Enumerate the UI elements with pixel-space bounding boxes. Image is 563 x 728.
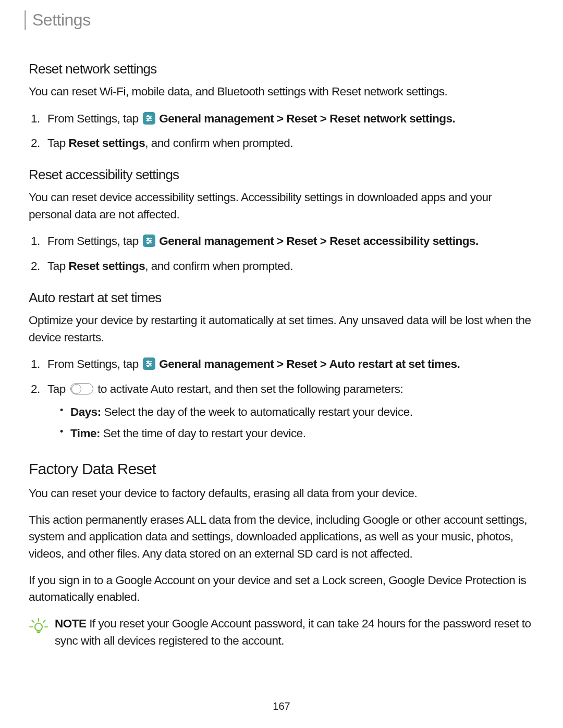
factory-p1: You can reset your device to factory def…	[29, 485, 534, 502]
bullet-text: Set the time of day to restart your devi…	[100, 427, 305, 440]
note-label: NOTE	[55, 617, 87, 630]
step-item: Tap Reset settings, and confirm when pro…	[43, 134, 534, 152]
toggle-icon	[70, 383, 93, 394]
step-item: Tap Reset settings, and confirm when pro…	[43, 257, 534, 275]
steps-auto-restart: From Settings, tap General management > …	[43, 355, 534, 442]
step-item: Tap to activate Auto restart, and then s…	[43, 380, 534, 442]
bullet-text: Select the day of the week to automatica…	[101, 405, 413, 418]
intro-reset-network: You can reset Wi-Fi, mobile data, and Bl…	[29, 83, 534, 101]
heading-reset-network: Reset network settings	[29, 61, 534, 77]
note-content: NOTE If you reset your Google Account pa…	[55, 615, 534, 649]
step-text: , and confirm when prompted.	[145, 260, 293, 273]
step-bold: Reset settings	[69, 260, 145, 273]
steps-reset-accessibility: From Settings, tap General management > …	[43, 232, 534, 275]
svg-point-7	[147, 238, 149, 240]
settings-icon	[143, 112, 155, 125]
svg-line-24	[32, 620, 34, 622]
step-text: Tap	[47, 137, 69, 150]
step-item: From Settings, tap General management > …	[43, 355, 534, 373]
lightbulb-icon	[29, 616, 48, 638]
step-text: Tap	[47, 260, 69, 273]
svg-point-1	[147, 115, 149, 117]
step-bold: Reset settings	[69, 137, 145, 150]
step-text: , and confirm when prompted.	[145, 137, 293, 150]
step-bold: General management > Reset > Auto restar…	[156, 357, 460, 371]
svg-line-25	[43, 620, 45, 622]
step-item: From Settings, tap General management > …	[43, 110, 534, 128]
step-text: From Settings, tap	[47, 112, 142, 125]
bullet-bold: Days:	[70, 405, 101, 418]
factory-p2: This action permanently erases ALL data …	[29, 512, 534, 563]
svg-point-17	[147, 365, 149, 367]
svg-point-13	[147, 361, 149, 363]
step-text: From Settings, tap	[47, 235, 142, 248]
page-number: 167	[0, 700, 563, 712]
step-text: to activate Auto restart, and then set t…	[95, 382, 403, 396]
svg-point-3	[149, 117, 151, 119]
heading-auto-restart: Auto restart at set times	[29, 290, 534, 306]
svg-point-18	[35, 623, 42, 631]
settings-icon	[143, 357, 155, 370]
list-item: Days: Select the day of the week to auto…	[64, 403, 534, 421]
step-item: From Settings, tap General management > …	[43, 232, 534, 250]
note-text-body: If you reset your Google Account passwor…	[55, 617, 531, 647]
page-header: Settings	[25, 10, 534, 30]
svg-point-15	[149, 363, 151, 365]
svg-point-5	[147, 119, 149, 121]
steps-reset-network: From Settings, tap General management > …	[43, 110, 534, 153]
note-block: NOTE If you reset your Google Account pa…	[29, 615, 534, 649]
step-text: From Settings, tap	[47, 357, 142, 371]
settings-icon	[143, 235, 155, 247]
sublist-auto-restart: Days: Select the day of the week to auto…	[64, 403, 534, 443]
step-bold: General management > Reset > Reset acces…	[156, 235, 479, 248]
svg-point-11	[147, 242, 149, 244]
step-text: Tap	[47, 382, 69, 396]
page-title: Settings	[32, 10, 534, 30]
list-item: Time: Set the time of day to restart you…	[64, 425, 534, 442]
intro-reset-accessibility: You can reset device accessibility setti…	[29, 189, 534, 223]
heading-factory-reset: Factory Data Reset	[29, 460, 534, 478]
step-bold: General management > Reset > Reset netwo…	[156, 112, 456, 125]
factory-p3: If you sign in to a Google Account on yo…	[29, 572, 534, 606]
heading-reset-accessibility: Reset accessibility settings	[29, 167, 534, 183]
intro-auto-restart: Optimize your device by restarting it au…	[29, 312, 534, 346]
bullet-bold: Time:	[70, 427, 100, 440]
svg-point-9	[149, 240, 151, 242]
